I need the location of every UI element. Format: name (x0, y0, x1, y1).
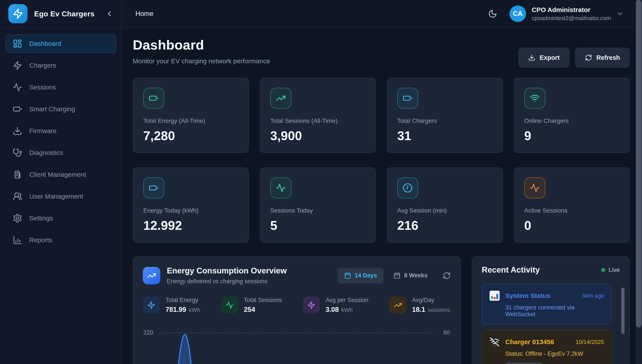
app-logo (8, 4, 28, 23)
sidebar-item-settings[interactable]: Settings (6, 209, 116, 228)
dashboard-grid-icon (13, 39, 22, 48)
overview-title: Energy Consumption Overview (167, 266, 287, 276)
breadcrumb: Home (135, 10, 154, 18)
area-curve (143, 320, 451, 364)
avatar: CA (509, 6, 526, 22)
battery-icon (149, 183, 159, 193)
stat-card-online-chargers: Online Chargers9 (514, 78, 630, 153)
activity-item-description: Status: Offline - EgoEv 7.2kW (505, 350, 604, 357)
metric-value: 18.1 (412, 306, 425, 314)
activity-item-system-status[interactable]: System Status34m ago31 chargers connecte… (482, 284, 612, 325)
metric-unit: kWh (189, 306, 200, 313)
page-subtitle: Monitor your EV charging network perform… (133, 58, 270, 65)
trending-up-icon (276, 93, 286, 103)
stat-card-icon-tile (270, 88, 291, 109)
activity-item-title: Charger 013456 (505, 338, 554, 346)
metric-total-energy: Total Energy781.99kWh (143, 296, 200, 314)
sidebar-item-dashboard[interactable]: Dashboard (6, 34, 116, 53)
stat-card-value: 9 (524, 128, 619, 143)
range-8-weeks-button[interactable]: 8 Weeks (387, 268, 434, 284)
energy-overview-panel: Energy Consumption Overview Energy deliv… (133, 256, 461, 364)
stat-card-label: Total Chargers (397, 118, 492, 124)
activity-icon (530, 183, 540, 193)
stat-card-icon-tile (524, 88, 545, 109)
metric-label: Avg per Session (326, 297, 368, 304)
refresh-icon (585, 54, 592, 61)
overview-subtitle: Energy delivered vs charging sessions (167, 278, 287, 285)
export-button[interactable]: Export (518, 48, 569, 68)
range-14-days-button[interactable]: 14 Days (338, 268, 383, 284)
stat-card-label: Total Energy (All-Time) (143, 118, 238, 124)
sidebar-item-client-management[interactable]: Client Management (6, 166, 116, 184)
page-title: Dashboard (133, 37, 270, 52)
metric-label: Total Sessions (244, 297, 282, 304)
stat-card-value: 5 (270, 218, 366, 233)
client-doc-icon (13, 170, 22, 180)
battery-icon (149, 93, 159, 103)
gear-icon (13, 214, 22, 223)
sidebar-item-firmware[interactable]: Firmware (6, 122, 116, 140)
theme-toggle-button[interactable] (488, 9, 497, 18)
page-scrollbar[interactable] (635, 0, 642, 364)
metric-avg-day: Avg/Day18.1sessions (389, 296, 450, 314)
stat-cards-grid: Total Energy (All-Time)7,280Total Sessio… (133, 78, 630, 243)
sidebar-item-chargers[interactable]: Chargers (6, 56, 116, 75)
recent-activity-title: Recent Activity (482, 265, 540, 274)
activity-item-time: 10/14/2025 (576, 339, 604, 346)
chart-refresh-button[interactable] (443, 272, 451, 280)
stat-card-icon-tile (397, 88, 418, 109)
sidebar-item-sessions[interactable]: Sessions (6, 78, 116, 96)
page-scrollbar-thumb[interactable] (636, 0, 641, 327)
sidebar-item-label: Chargers (29, 62, 56, 69)
activity-scrollbar[interactable] (621, 288, 624, 334)
activity-list: System Status34m ago31 chargers connecte… (482, 284, 620, 364)
metric-value: 254 (244, 306, 255, 314)
lightning-icon (13, 61, 22, 70)
sidebar-item-label: Diagnostics (29, 149, 63, 156)
activity-item-title: System Status (505, 292, 550, 300)
wifi-off-icon (490, 337, 500, 347)
refresh-button[interactable]: Refresh (575, 48, 630, 68)
sidebar-item-label: Client Management (29, 171, 86, 178)
stat-card-icon-tile (143, 88, 164, 109)
sidebar-item-user-management[interactable]: User Management (6, 187, 116, 206)
clock-icon (403, 183, 413, 193)
sidebar-item-label: Firmware (29, 127, 57, 135)
trending-up-icon (394, 301, 402, 309)
sidebar-collapse-button[interactable] (105, 10, 114, 18)
calendar-icon (393, 272, 400, 279)
activity-item-charger-013456[interactable]: Charger 01345610/14/2025Status: Offline … (482, 330, 612, 364)
sidebar-item-label: Smart Charging (29, 106, 75, 113)
stat-card-icon-tile (524, 178, 545, 198)
metric-icon-tile (221, 296, 238, 314)
sidebar: Ego Ev Chargers DashboardChargersSession… (0, 0, 122, 364)
sidebar-item-label: Reports (29, 236, 52, 244)
activity-item-id-badge: ID: 013456 (505, 362, 542, 364)
sidebar-item-diagnostics[interactable]: Diagnostics (6, 144, 116, 162)
stat-card-sessions-today: Sessions Today5 (260, 168, 376, 243)
user-email: cpoadmintest2@mailinator.com (532, 15, 611, 22)
main-column: Home CA CPO Administrator cpoadmintest2@… (122, 0, 642, 364)
metric-value: 781.99 (166, 306, 186, 314)
stat-card-value: 31 (397, 128, 492, 143)
stat-card-total-energy-all-time: Total Energy (All-Time)7,280 (133, 78, 249, 153)
stat-card-value: 3,900 (270, 128, 366, 143)
activity-icon (226, 301, 234, 309)
sidebar-item-reports[interactable]: Reports (6, 231, 116, 249)
stat-card-avg-session-min: Avg Session (min)216 (387, 168, 503, 243)
stat-card-label: Online Chargers (524, 118, 619, 124)
stat-card-label: Energy Today (kWh) (143, 207, 238, 214)
metric-label: Avg/Day (412, 297, 450, 304)
user-name: CPO Administrator (532, 6, 611, 14)
user-menu[interactable]: CA CPO Administrator cpoadmintest2@maili… (509, 6, 624, 22)
activity-icon (276, 183, 286, 193)
topbar: Home CA CPO Administrator cpoadmintest2@… (122, 0, 642, 28)
users-icon (13, 192, 22, 201)
stat-card-label: Avg Session (min) (397, 207, 492, 214)
sidebar-item-smart-charging[interactable]: Smart Charging (6, 100, 116, 118)
stat-card-icon-tile (143, 178, 164, 198)
stat-card-icon-tile (270, 178, 291, 198)
stat-card-value: 0 (524, 218, 619, 233)
app-root: Ego Ev Chargers DashboardChargersSession… (0, 0, 642, 364)
stat-card-value: 12.992 (143, 218, 238, 233)
